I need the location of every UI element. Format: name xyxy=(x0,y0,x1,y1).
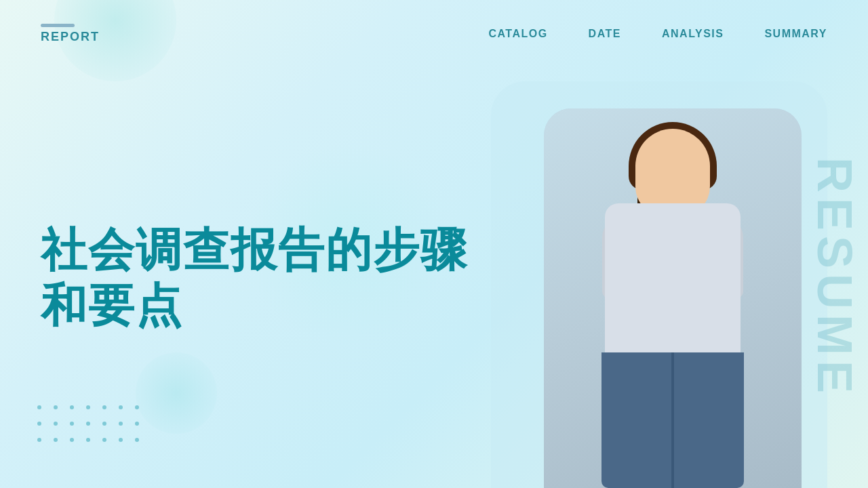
header-left: REPORT xyxy=(41,24,100,44)
text-area: 社会调查报告的步骤 和要点 xyxy=(0,222,477,333)
image-area: RESUME xyxy=(477,68,868,488)
resume-text: RESUME xyxy=(807,157,863,399)
jeans-center xyxy=(671,352,674,488)
nav-summary[interactable]: SUMMARY xyxy=(764,28,827,40)
main-title: 社会调查报告的步骤 和要点 xyxy=(41,222,477,333)
header-nav: CATALOG DATE ANALYSIS SUMMARY xyxy=(488,28,827,40)
nav-catalog[interactable]: CATALOG xyxy=(488,28,547,40)
person-jeans xyxy=(601,352,744,488)
nav-analysis[interactable]: ANALYSIS xyxy=(662,28,724,40)
report-label: REPORT xyxy=(41,30,100,44)
report-bar xyxy=(41,24,75,27)
title-line1: 社会调查报告的步骤 xyxy=(41,222,477,278)
person-image xyxy=(544,108,802,488)
dot-grid xyxy=(37,405,144,447)
nav-date[interactable]: DATE xyxy=(589,28,621,40)
header: REPORT CATALOG DATE ANALYSIS SUMMARY xyxy=(0,0,868,68)
person-figure xyxy=(544,108,802,488)
title-line2: 和要点 xyxy=(41,278,477,333)
slide: REPORT CATALOG DATE ANALYSIS SUMMARY 社会调… xyxy=(0,0,868,488)
